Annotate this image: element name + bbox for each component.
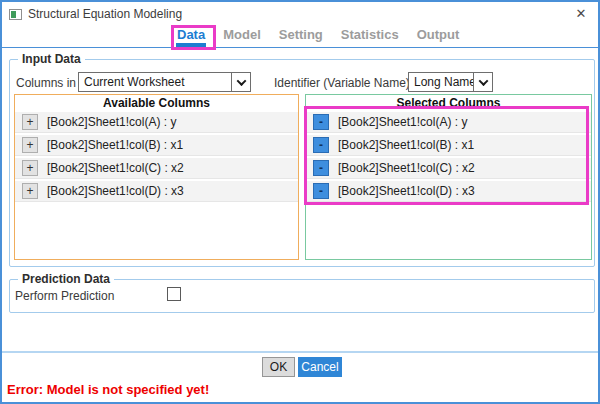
tab-output[interactable]: Output <box>416 25 461 47</box>
column-name: [Book2]Sheet1!col(A) : y <box>47 115 176 129</box>
cancel-button[interactable]: Cancel <box>298 357 342 377</box>
available-columns-panel: Available Columns + [Book2]Sheet1!col(A)… <box>14 94 299 260</box>
columns-in-label: Columns in <box>16 76 76 90</box>
title-bar: Structural Equation Modeling ✕ <box>2 2 598 26</box>
identifier-label: Identifier (Variable Name) <box>274 76 410 90</box>
footer-divider <box>2 351 598 353</box>
selected-columns-header: Selected Columns <box>306 95 591 112</box>
columns-in-dropdown[interactable]: Current Worksheet <box>78 72 251 92</box>
add-column-button[interactable]: + <box>22 137 38 153</box>
sem-dialog: Structural Equation Modeling ✕ Data Mode… <box>0 0 600 404</box>
column-name: [Book2]Sheet1!col(C) : x2 <box>338 161 475 175</box>
selected-column-row[interactable]: - [Book2]Sheet1!col(A) : y <box>306 112 591 133</box>
add-column-button[interactable]: + <box>22 183 38 199</box>
column-name: [Book2]Sheet1!col(C) : x2 <box>47 161 184 175</box>
column-name: [Book2]Sheet1!col(B) : x1 <box>338 138 474 152</box>
prediction-data-group: Prediction Data Perform Prediction <box>9 279 595 313</box>
input-data-group-label: Input Data <box>18 52 85 66</box>
selected-column-row[interactable]: - [Book2]Sheet1!col(D) : x3 <box>306 181 591 202</box>
available-column-row[interactable]: + [Book2]Sheet1!col(C) : x2 <box>15 158 298 179</box>
error-message: Error: Model is not specified yet! <box>7 382 209 397</box>
ok-button[interactable]: OK <box>262 357 295 377</box>
selected-columns-panel: Selected Columns - [Book2]Sheet1!col(A) … <box>305 94 592 260</box>
tab-statistics[interactable]: Statistics <box>340 25 400 47</box>
tab-model[interactable]: Model <box>222 25 262 47</box>
perform-prediction-checkbox[interactable] <box>167 287 181 301</box>
remove-column-button[interactable]: - <box>313 137 329 153</box>
column-name: [Book2]Sheet1!col(D) : x3 <box>338 184 475 198</box>
available-column-row[interactable]: + [Book2]Sheet1!col(B) : x1 <box>15 135 298 156</box>
identifier-dropdown[interactable]: Long Name <box>408 72 493 92</box>
tab-data[interactable]: Data <box>176 25 206 47</box>
chevron-down-icon <box>231 73 250 91</box>
available-columns-header: Available Columns <box>15 95 298 112</box>
selected-column-row[interactable]: - [Book2]Sheet1!col(B) : x1 <box>306 135 591 156</box>
remove-column-button[interactable]: - <box>313 160 329 176</box>
add-column-button[interactable]: + <box>22 160 38 176</box>
chevron-down-icon <box>473 73 492 91</box>
available-column-row[interactable]: + [Book2]Sheet1!col(A) : y <box>15 112 298 133</box>
remove-column-button[interactable]: - <box>313 114 329 130</box>
prediction-data-group-label: Prediction Data <box>18 272 114 286</box>
close-icon[interactable]: ✕ <box>573 6 589 22</box>
add-column-button[interactable]: + <box>22 114 38 130</box>
tab-bar: Data Model Setting Statistics Output <box>2 26 598 48</box>
tab-setting[interactable]: Setting <box>278 25 324 47</box>
identifier-value: Long Name <box>409 75 473 89</box>
columns-in-value: Current Worksheet <box>79 75 231 89</box>
app-icon <box>9 9 22 20</box>
column-name: [Book2]Sheet1!col(A) : y <box>338 115 467 129</box>
window-title: Structural Equation Modeling <box>28 7 182 21</box>
column-name: [Book2]Sheet1!col(D) : x3 <box>47 184 184 198</box>
input-data-group: Input Data Columns in Current Worksheet … <box>9 59 595 267</box>
remove-column-button[interactable]: - <box>313 183 329 199</box>
perform-prediction-label: Perform Prediction <box>15 289 114 303</box>
selected-column-row[interactable]: - [Book2]Sheet1!col(C) : x2 <box>306 158 591 179</box>
column-name: [Book2]Sheet1!col(B) : x1 <box>47 138 183 152</box>
available-column-row[interactable]: + [Book2]Sheet1!col(D) : x3 <box>15 181 298 202</box>
